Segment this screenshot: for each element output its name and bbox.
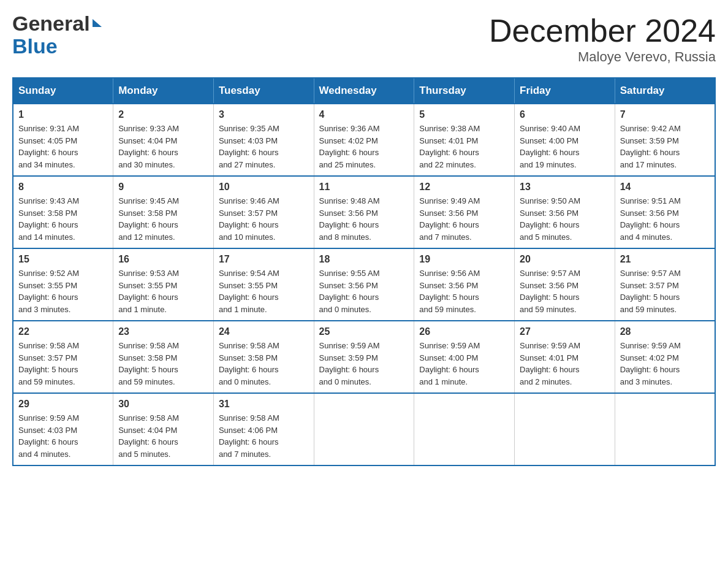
calendar-body: 1 Sunrise: 9:31 AMSunset: 4:05 PMDayligh… bbox=[13, 104, 715, 465]
calendar-cell: 7 Sunrise: 9:42 AMSunset: 3:59 PMDayligh… bbox=[615, 104, 715, 176]
day-info: Sunrise: 9:57 AMSunset: 3:56 PMDaylight:… bbox=[520, 267, 610, 315]
day-info: Sunrise: 9:58 AMSunset: 3:57 PMDaylight:… bbox=[18, 340, 108, 388]
day-number: 20 bbox=[520, 254, 610, 265]
day-info: Sunrise: 9:58 AMSunset: 4:06 PMDaylight:… bbox=[219, 412, 309, 460]
day-info: Sunrise: 9:59 AMSunset: 4:00 PMDaylight:… bbox=[419, 340, 509, 388]
day-number: 28 bbox=[620, 326, 710, 337]
calendar-cell: 6 Sunrise: 9:40 AMSunset: 4:00 PMDayligh… bbox=[515, 104, 615, 176]
day-info: Sunrise: 9:46 AMSunset: 3:57 PMDaylight:… bbox=[219, 195, 309, 243]
day-number: 22 bbox=[18, 326, 108, 337]
calendar-cell: 26 Sunrise: 9:59 AMSunset: 4:00 PMDaylig… bbox=[414, 321, 515, 393]
day-info: Sunrise: 9:54 AMSunset: 3:55 PMDaylight:… bbox=[219, 267, 309, 315]
logo: General Blue bbox=[12, 12, 102, 58]
col-header-saturday: Saturday bbox=[615, 78, 715, 104]
col-header-thursday: Thursday bbox=[414, 78, 515, 104]
day-info: Sunrise: 9:36 AMSunset: 4:02 PMDaylight:… bbox=[319, 123, 409, 170]
calendar-cell: 27 Sunrise: 9:59 AMSunset: 4:01 PMDaylig… bbox=[515, 321, 615, 393]
day-info: Sunrise: 9:56 AMSunset: 3:56 PMDaylight:… bbox=[419, 267, 509, 315]
calendar-cell: 2 Sunrise: 9:33 AMSunset: 4:04 PMDayligh… bbox=[113, 104, 214, 176]
month-title: December 2024 bbox=[489, 12, 716, 49]
title-area: December 2024 Maloye Verevo, Russia bbox=[489, 12, 716, 65]
calendar-cell: 12 Sunrise: 9:49 AMSunset: 3:56 PMDaylig… bbox=[414, 176, 515, 248]
day-number: 29 bbox=[18, 399, 108, 410]
day-number: 18 bbox=[319, 254, 409, 265]
day-info: Sunrise: 9:58 AMSunset: 3:58 PMDaylight:… bbox=[219, 340, 309, 388]
day-info: Sunrise: 9:33 AMSunset: 4:04 PMDaylight:… bbox=[118, 123, 208, 170]
day-info: Sunrise: 9:55 AMSunset: 3:56 PMDaylight:… bbox=[319, 267, 409, 315]
calendar-cell: 23 Sunrise: 9:58 AMSunset: 3:58 PMDaylig… bbox=[113, 321, 214, 393]
day-number: 16 bbox=[118, 254, 208, 265]
day-number: 9 bbox=[118, 182, 208, 193]
day-info: Sunrise: 9:49 AMSunset: 3:56 PMDaylight:… bbox=[419, 195, 509, 243]
col-header-sunday: Sunday bbox=[13, 78, 113, 104]
day-number: 12 bbox=[419, 182, 509, 193]
day-number: 23 bbox=[118, 326, 208, 337]
calendar-cell bbox=[515, 393, 615, 465]
calendar-cell: 9 Sunrise: 9:45 AMSunset: 3:58 PMDayligh… bbox=[113, 176, 214, 248]
day-info: Sunrise: 9:31 AMSunset: 4:05 PMDaylight:… bbox=[18, 123, 108, 170]
calendar-cell: 10 Sunrise: 9:46 AMSunset: 3:57 PMDaylig… bbox=[213, 176, 314, 248]
day-info: Sunrise: 9:38 AMSunset: 4:01 PMDaylight:… bbox=[419, 123, 509, 170]
calendar-cell: 29 Sunrise: 9:59 AMSunset: 4:03 PMDaylig… bbox=[13, 393, 113, 465]
day-number: 3 bbox=[219, 109, 309, 120]
calendar-cell: 14 Sunrise: 9:51 AMSunset: 3:56 PMDaylig… bbox=[615, 176, 715, 248]
calendar-cell: 4 Sunrise: 9:36 AMSunset: 4:02 PMDayligh… bbox=[314, 104, 414, 176]
calendar-cell: 18 Sunrise: 9:55 AMSunset: 3:56 PMDaylig… bbox=[314, 248, 414, 321]
day-info: Sunrise: 9:58 AMSunset: 4:04 PMDaylight:… bbox=[118, 412, 208, 460]
calendar-cell: 17 Sunrise: 9:54 AMSunset: 3:55 PMDaylig… bbox=[213, 248, 314, 321]
logo-line2: Blue bbox=[12, 35, 58, 58]
calendar-cell: 15 Sunrise: 9:52 AMSunset: 3:55 PMDaylig… bbox=[13, 248, 113, 321]
day-number: 1 bbox=[18, 109, 108, 120]
calendar-cell: 5 Sunrise: 9:38 AMSunset: 4:01 PMDayligh… bbox=[414, 104, 515, 176]
day-info: Sunrise: 9:53 AMSunset: 3:55 PMDaylight:… bbox=[118, 267, 208, 315]
calendar-week-5: 29 Sunrise: 9:59 AMSunset: 4:03 PMDaylig… bbox=[13, 393, 715, 465]
calendar-cell: 16 Sunrise: 9:53 AMSunset: 3:55 PMDaylig… bbox=[113, 248, 214, 321]
day-info: Sunrise: 9:50 AMSunset: 3:56 PMDaylight:… bbox=[520, 195, 610, 243]
day-info: Sunrise: 9:59 AMSunset: 4:01 PMDaylight:… bbox=[520, 340, 610, 388]
calendar-cell bbox=[314, 393, 414, 465]
col-header-friday: Friday bbox=[515, 78, 615, 104]
day-info: Sunrise: 9:57 AMSunset: 3:57 PMDaylight:… bbox=[620, 267, 710, 315]
calendar-cell: 20 Sunrise: 9:57 AMSunset: 3:56 PMDaylig… bbox=[515, 248, 615, 321]
calendar-cell: 11 Sunrise: 9:48 AMSunset: 3:56 PMDaylig… bbox=[314, 176, 414, 248]
calendar-cell: 3 Sunrise: 9:35 AMSunset: 4:03 PMDayligh… bbox=[213, 104, 314, 176]
day-info: Sunrise: 9:58 AMSunset: 3:58 PMDaylight:… bbox=[118, 340, 208, 388]
day-info: Sunrise: 9:40 AMSunset: 4:00 PMDaylight:… bbox=[520, 123, 610, 170]
day-number: 13 bbox=[520, 182, 610, 193]
day-info: Sunrise: 9:59 AMSunset: 4:02 PMDaylight:… bbox=[620, 340, 710, 388]
day-number: 21 bbox=[620, 254, 710, 265]
day-number: 5 bbox=[419, 109, 509, 120]
day-number: 15 bbox=[18, 254, 108, 265]
calendar-week-1: 1 Sunrise: 9:31 AMSunset: 4:05 PMDayligh… bbox=[13, 104, 715, 176]
day-info: Sunrise: 9:59 AMSunset: 3:59 PMDaylight:… bbox=[319, 340, 409, 388]
day-number: 17 bbox=[219, 254, 309, 265]
day-number: 19 bbox=[419, 254, 509, 265]
day-info: Sunrise: 9:42 AMSunset: 3:59 PMDaylight:… bbox=[620, 123, 710, 170]
day-number: 25 bbox=[319, 326, 409, 337]
calendar-cell: 25 Sunrise: 9:59 AMSunset: 3:59 PMDaylig… bbox=[314, 321, 414, 393]
col-header-tuesday: Tuesday bbox=[213, 78, 314, 104]
day-number: 11 bbox=[319, 182, 409, 193]
calendar-cell: 24 Sunrise: 9:58 AMSunset: 3:58 PMDaylig… bbox=[213, 321, 314, 393]
calendar-cell: 31 Sunrise: 9:58 AMSunset: 4:06 PMDaylig… bbox=[213, 393, 314, 465]
col-header-monday: Monday bbox=[113, 78, 214, 104]
calendar-cell: 19 Sunrise: 9:56 AMSunset: 3:56 PMDaylig… bbox=[414, 248, 515, 321]
calendar-cell: 28 Sunrise: 9:59 AMSunset: 4:02 PMDaylig… bbox=[615, 321, 715, 393]
location: Maloye Verevo, Russia bbox=[489, 49, 716, 65]
calendar-header: SundayMondayTuesdayWednesdayThursdayFrid… bbox=[13, 78, 715, 104]
day-number: 4 bbox=[319, 109, 409, 120]
day-info: Sunrise: 9:43 AMSunset: 3:58 PMDaylight:… bbox=[18, 195, 108, 243]
day-info: Sunrise: 9:35 AMSunset: 4:03 PMDaylight:… bbox=[219, 123, 309, 170]
calendar-cell bbox=[414, 393, 515, 465]
col-header-wednesday: Wednesday bbox=[314, 78, 414, 104]
day-number: 8 bbox=[18, 182, 108, 193]
calendar-week-3: 15 Sunrise: 9:52 AMSunset: 3:55 PMDaylig… bbox=[13, 248, 715, 321]
calendar-cell: 21 Sunrise: 9:57 AMSunset: 3:57 PMDaylig… bbox=[615, 248, 715, 321]
day-number: 10 bbox=[219, 182, 309, 193]
page-header: General Blue December 2024 Maloye Verevo… bbox=[12, 12, 716, 65]
logo-line1: General bbox=[12, 12, 102, 35]
day-number: 31 bbox=[219, 399, 309, 410]
calendar-cell bbox=[615, 393, 715, 465]
calendar-table: SundayMondayTuesdayWednesdayThursdayFrid… bbox=[12, 77, 716, 466]
day-info: Sunrise: 9:45 AMSunset: 3:58 PMDaylight:… bbox=[118, 195, 208, 243]
